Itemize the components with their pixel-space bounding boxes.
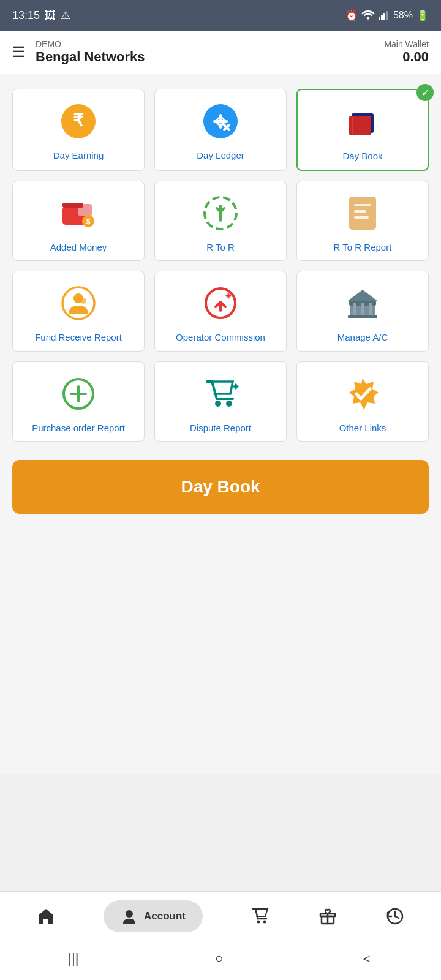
home-icon bbox=[36, 907, 56, 926]
grid-item-r-to-r[interactable]: R To R bbox=[154, 181, 287, 262]
day-book-icon bbox=[341, 100, 385, 144]
nav-item-home[interactable] bbox=[36, 907, 56, 926]
signal-icon bbox=[379, 10, 390, 20]
grid-item-day-book[interactable]: ✓ Day Book bbox=[296, 89, 429, 171]
grid-item-other-links[interactable]: Other Links bbox=[296, 361, 429, 442]
dispute-report-icon bbox=[198, 372, 243, 416]
other-links-icon bbox=[341, 372, 385, 416]
added-money-label: Added Money bbox=[50, 241, 107, 254]
wifi-icon bbox=[361, 10, 375, 20]
svg-rect-2 bbox=[383, 13, 385, 20]
grid-item-manage-ac[interactable]: Manage A/C bbox=[296, 271, 429, 352]
day-earning-label: Day Earning bbox=[53, 149, 104, 162]
sys-nav-home[interactable]: ○ bbox=[215, 951, 223, 967]
svg-rect-18 bbox=[62, 203, 83, 208]
operator-commission-label: Operator Commission bbox=[176, 331, 265, 344]
grid-item-fund-receive-report[interactable]: Fund Receive Report bbox=[12, 271, 145, 352]
svg-rect-24 bbox=[354, 204, 371, 206]
selected-badge: ✓ bbox=[417, 84, 434, 101]
account-label: Account bbox=[144, 910, 186, 922]
company-name: Bengal Networks bbox=[36, 49, 145, 65]
fund-receive-report-label: Fund Receive Report bbox=[35, 331, 122, 344]
system-nav-bar: ||| ○ ＜ bbox=[0, 941, 441, 980]
sys-nav-recents[interactable]: ||| bbox=[68, 951, 78, 967]
svg-rect-38 bbox=[361, 303, 364, 315]
svg-point-50 bbox=[257, 921, 260, 924]
account-icon bbox=[121, 908, 138, 925]
app-name: DEMO Bengal Networks bbox=[36, 39, 145, 65]
alert-icon: ⚠ bbox=[61, 9, 70, 22]
r-to-r-icon bbox=[198, 191, 243, 235]
svg-point-44 bbox=[215, 401, 221, 407]
manage-ac-label: Manage A/C bbox=[337, 331, 388, 344]
grid-item-added-money[interactable]: $ Added Money bbox=[12, 181, 145, 262]
sys-nav-back[interactable]: ＜ bbox=[360, 949, 373, 968]
wallet-label: Main Wallet bbox=[384, 39, 429, 49]
grid-item-purchase-order-report[interactable]: Purchase order Report bbox=[12, 361, 145, 442]
manage-ac-icon bbox=[341, 281, 385, 325]
menu-button[interactable]: ☰ bbox=[12, 43, 26, 61]
grid-item-dispute-report[interactable]: Dispute Report bbox=[154, 361, 287, 442]
status-left: 13:15 🖼 ⚠ bbox=[12, 9, 70, 22]
svg-marker-36 bbox=[348, 290, 377, 301]
svg-rect-39 bbox=[369, 303, 372, 315]
svg-rect-23 bbox=[349, 197, 376, 230]
time-display: 13:15 bbox=[12, 9, 40, 22]
header-left: ☰ DEMO Bengal Networks bbox=[12, 39, 145, 65]
svg-rect-25 bbox=[354, 210, 366, 213]
svg-rect-1 bbox=[381, 15, 383, 20]
status-bar: 13:15 🖼 ⚠ ⏰ 58% 🔋 bbox=[0, 0, 441, 31]
purchase-order-report-label: Purchase order Report bbox=[32, 422, 125, 434]
grid-item-day-earning[interactable]: ₹ Day Earning bbox=[12, 89, 145, 171]
menu-grid: ₹ Day Earning Day Ledger ✓ bbox=[12, 89, 429, 442]
day-ledger-label: Day Ledger bbox=[197, 149, 244, 162]
main-content: ₹ Day Earning Day Ledger ✓ bbox=[0, 74, 441, 774]
demo-label: DEMO bbox=[36, 39, 145, 49]
svg-point-51 bbox=[263, 921, 266, 924]
r-to-r-report-label: R To R Report bbox=[334, 241, 392, 254]
grid-item-r-to-r-report[interactable]: R To R Report bbox=[296, 181, 429, 262]
fund-receive-report-icon bbox=[56, 281, 100, 325]
battery-icon: 🔋 bbox=[417, 10, 429, 21]
r-to-r-label: R To R bbox=[206, 241, 235, 254]
day-book-cta-button[interactable]: Day Book bbox=[12, 460, 429, 514]
svg-rect-37 bbox=[353, 303, 356, 315]
alarm-icon: ⏰ bbox=[345, 10, 358, 21]
day-ledger-icon bbox=[198, 99, 243, 143]
svg-point-49 bbox=[126, 910, 133, 918]
day-earning-icon: ₹ bbox=[56, 99, 100, 143]
header: ☰ DEMO Bengal Networks Main Wallet 0.00 bbox=[0, 31, 441, 74]
history-icon bbox=[385, 907, 405, 926]
gift-icon bbox=[318, 907, 337, 926]
nav-item-cart[interactable] bbox=[251, 907, 270, 926]
added-money-icon: $ bbox=[56, 191, 100, 235]
grid-item-operator-commission[interactable]: Operator Commission bbox=[154, 271, 287, 352]
status-right: ⏰ 58% 🔋 bbox=[345, 10, 429, 21]
svg-text:₹: ₹ bbox=[73, 111, 84, 130]
r-to-r-report-icon bbox=[341, 191, 385, 235]
bottom-nav: Account bbox=[0, 891, 441, 980]
battery-display: 58% bbox=[393, 10, 413, 21]
svg-text:$: $ bbox=[86, 217, 91, 226]
cart-icon bbox=[251, 907, 270, 926]
dispute-report-label: Dispute Report bbox=[190, 422, 251, 434]
grid-item-day-ledger[interactable]: Day Ledger bbox=[154, 89, 287, 171]
svg-point-45 bbox=[226, 401, 232, 407]
svg-rect-0 bbox=[379, 17, 380, 20]
svg-rect-15 bbox=[352, 117, 353, 134]
nav-item-history[interactable] bbox=[385, 907, 405, 926]
nav-item-account[interactable]: Account bbox=[104, 900, 203, 932]
svg-rect-40 bbox=[348, 315, 377, 318]
purchase-order-report-icon bbox=[56, 372, 100, 416]
bottom-nav-items: Account bbox=[0, 892, 441, 941]
wallet-info: Main Wallet 0.00 bbox=[384, 39, 429, 65]
wallet-amount: 0.00 bbox=[384, 49, 429, 65]
other-links-label: Other Links bbox=[339, 422, 386, 434]
day-book-label: Day Book bbox=[342, 150, 382, 162]
svg-rect-3 bbox=[386, 11, 388, 20]
operator-commission-icon bbox=[198, 281, 243, 325]
svg-point-29 bbox=[80, 298, 86, 304]
svg-rect-26 bbox=[354, 216, 369, 219]
nav-item-gift[interactable] bbox=[318, 907, 337, 926]
photo-icon: 🖼 bbox=[45, 9, 56, 22]
